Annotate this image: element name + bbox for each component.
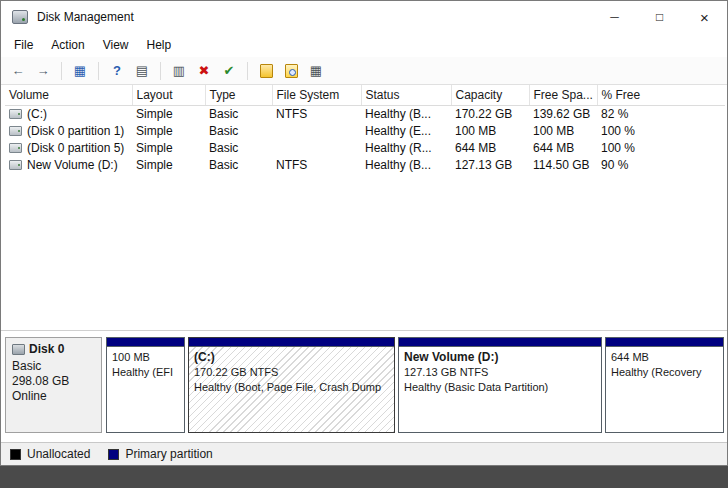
partition-d[interactable]: New Volume (D:) 127.13 GB NTFS Healthy (… [398,337,602,433]
partition-c[interactable]: (C:) 170.22 GB NTFS Healthy (Boot, Page … [188,337,395,433]
console-tree-icon[interactable]: ▦ [69,61,91,81]
partition-strip: 100 MB Healthy (EFI (C:) 170.22 GB NTFS … [106,337,724,433]
partition-status: Healthy (EFI [112,365,179,380]
delete-volume-icon[interactable]: ✖ [193,61,215,81]
cell-status: Healthy (B... [361,105,451,122]
table-row[interactable]: (Disk 0 partition 5) Simple Basic Health… [5,139,725,156]
volume-name: (Disk 0 partition 1) [27,124,124,138]
cell-fs: NTFS [272,156,361,173]
help-icon[interactable]: ? [106,61,128,81]
graphical-view-pane: Disk 0 Basic 298.08 GB Online 100 MB Hea… [1,330,727,442]
partition-status: Healthy (Boot, Page File, Crash Dump [194,380,389,395]
explore-icon[interactable] [280,61,302,81]
partition-status: Healthy (Basic Data Partition) [404,380,596,395]
cell-capacity: 170.22 GB [451,105,529,122]
legend-bar: Unallocated Primary partition [1,442,727,465]
desktop-background [0,466,728,488]
cell-pct: 90 % [597,156,725,173]
menu-file[interactable]: File [5,35,42,55]
volume-icon [9,126,22,136]
table-row[interactable]: (Disk 0 partition 1) Simple Basic Health… [5,122,725,139]
cell-free: 114.50 GB [529,156,597,173]
col-type[interactable]: Type [205,85,272,105]
menu-bar: File Action View Help [1,33,727,57]
disk-size: 298.08 GB [12,374,97,389]
partition-size: 127.13 GB NTFS [404,365,596,380]
cell-layout: Simple [132,156,205,173]
cell-pct: 82 % [597,105,725,122]
cell-pct: 100 % [597,122,725,139]
volume-icon [9,109,22,119]
disk0-panel[interactable]: Disk 0 Basic 298.08 GB Online [5,337,102,433]
toolbar-separator [61,62,62,80]
cell-type: Basic [205,122,272,139]
volume-name: (C:) [27,107,47,121]
cell-pct: 100 % [597,139,725,156]
col-capacity[interactable]: Capacity [451,85,529,105]
table-row[interactable]: New Volume (D:) Simple Basic NTFS Health… [5,156,725,173]
partition-size: 170.22 GB NTFS [194,365,389,380]
view-grid-icon[interactable]: ▦ [305,61,327,81]
forward-icon[interactable]: → [32,61,54,81]
legend-unallocated: Unallocated [10,447,90,461]
partition-size: 100 MB [112,350,179,365]
cell-status: Healthy (E... [361,122,451,139]
cell-capacity: 100 MB [451,122,529,139]
primary-partition-swatch [108,449,119,460]
col-file-system[interactable]: File System [272,85,361,105]
disk-status: Online [12,389,97,404]
toolbar-separator [247,62,248,80]
partition-status: Healthy (Recovery [611,365,718,380]
cell-layout: Simple [132,105,205,122]
partition-label: New Volume (D:) [404,350,596,365]
cell-layout: Simple [132,139,205,156]
partition-color-bar [399,338,601,347]
cell-free: 139.62 GB [529,105,597,122]
partition-color-bar [606,338,723,347]
toolbar-separator [160,62,161,80]
back-icon[interactable]: ← [7,61,29,81]
unallocated-swatch [10,449,21,460]
disk-type: Basic [12,359,97,374]
volume-icon [9,143,22,153]
mark-partition-icon[interactable]: ✔ [218,61,240,81]
table-row[interactable]: (C:) Simple Basic NTFS Healthy (B... 170… [5,105,725,122]
cell-type: Basic [205,105,272,122]
col-layout[interactable]: Layout [132,85,205,105]
partition-size: 644 MB [611,350,718,365]
partition-recovery[interactable]: 644 MB Healthy (Recovery [605,337,724,433]
new-volume-icon[interactable] [255,61,277,81]
col-free-space[interactable]: Free Spa... [529,85,597,105]
toolbar: ← → ▦ ? ▤ ▥ ✖ ✔ ▦ [1,57,727,85]
volume-icon [9,160,22,170]
partition-color-bar [189,338,394,347]
partition-label: (C:) [194,350,389,365]
partition-color-bar [107,338,184,347]
window-title: Disk Management [37,10,134,24]
close-button[interactable]: × [682,1,727,33]
disk-icon [12,344,25,355]
cell-capacity: 127.13 GB [451,156,529,173]
col-volume[interactable]: Volume [5,85,132,105]
disk-management-window: Disk Management ─ □ × File Action View H… [0,0,728,466]
cell-free: 644 MB [529,139,597,156]
table-header-row: Volume Layout Type File System Status Ca… [5,85,725,105]
cell-layout: Simple [132,122,205,139]
cell-status: Healthy (B... [361,156,451,173]
partition-efi[interactable]: 100 MB Healthy (EFI [106,337,185,433]
col-pct-free[interactable]: % Free [597,85,725,105]
volume-table: Volume Layout Type File System Status Ca… [5,85,725,173]
minimize-button[interactable]: ─ [592,1,637,33]
volume-list-pane: Volume Layout Type File System Status Ca… [1,85,727,330]
cell-capacity: 644 MB [451,139,529,156]
menu-help[interactable]: Help [138,35,181,55]
toolbar-separator [98,62,99,80]
cell-fs: NTFS [272,105,361,122]
menu-action[interactable]: Action [42,35,93,55]
export-list-icon[interactable]: ▤ [131,61,153,81]
col-status[interactable]: Status [361,85,451,105]
menu-view[interactable]: View [94,35,138,55]
legend-label: Unallocated [27,447,90,461]
properties-icon[interactable]: ▥ [168,61,190,81]
maximize-button[interactable]: □ [637,1,682,33]
